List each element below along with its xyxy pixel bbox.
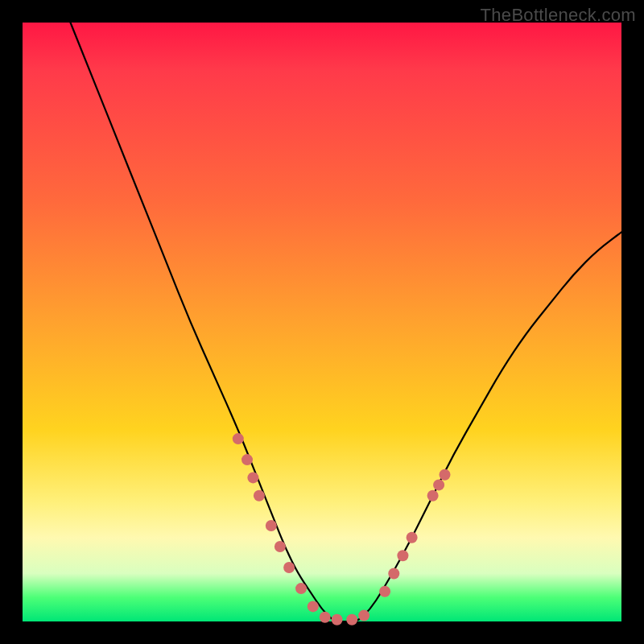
marker-dot <box>320 612 331 623</box>
marker-dot <box>308 601 319 612</box>
marker-dot <box>397 550 408 561</box>
marker-dot <box>242 454 253 465</box>
gradient-plot-area <box>23 23 621 621</box>
marker-dot <box>332 614 343 625</box>
chart-svg <box>23 23 621 621</box>
marker-dot <box>388 568 399 580</box>
marker-dot <box>346 614 357 625</box>
outer-frame: TheBottleneck.com <box>0 0 644 644</box>
marker-dot <box>247 472 258 483</box>
marker-dot <box>266 520 277 531</box>
marker-dot <box>407 532 418 543</box>
marker-group <box>233 433 451 625</box>
marker-dot <box>254 490 265 502</box>
marker-dot <box>440 469 451 481</box>
marker-dot <box>358 610 369 621</box>
marker-dot <box>275 541 286 552</box>
bottleneck-curve <box>71 23 622 621</box>
marker-dot <box>233 433 244 444</box>
marker-dot <box>283 562 295 573</box>
marker-dot <box>427 490 439 502</box>
marker-dot <box>379 586 390 597</box>
marker-dot <box>433 479 444 490</box>
watermark-text: TheBottleneck.com <box>481 5 636 26</box>
curve-group <box>71 23 622 621</box>
marker-dot <box>295 583 307 594</box>
